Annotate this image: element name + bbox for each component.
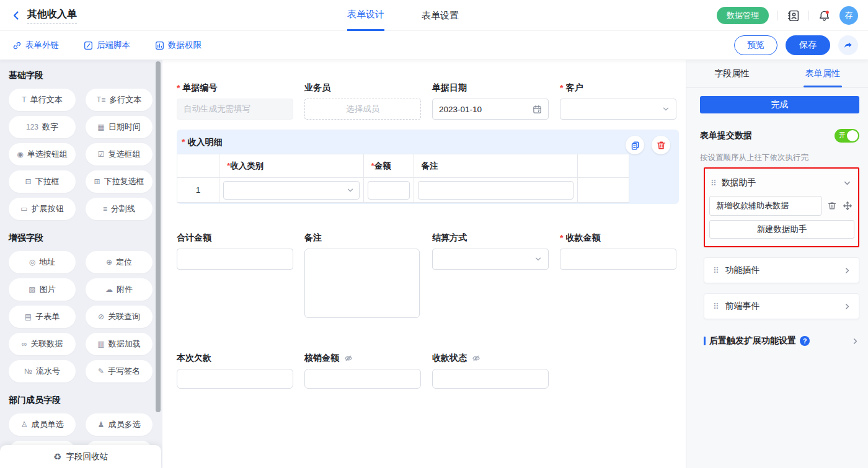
writeoff-amount-input[interactable] (304, 369, 421, 389)
save-button[interactable]: 保存 (786, 35, 830, 55)
field-pill-relate-query[interactable]: ⊘关联查询 (86, 306, 153, 328)
tab-form-settings[interactable]: 表单设置 (422, 0, 459, 31)
avatar[interactable]: 存 (839, 6, 858, 25)
field-pill-dropdown[interactable]: ⊟下拉框 (9, 170, 76, 193)
field-pill-subform[interactable]: ▤子表单 (9, 306, 76, 328)
income-type-select[interactable] (223, 181, 360, 200)
field-pill-multi-text[interactable]: T≡多行文本 (86, 89, 153, 111)
designer-toolbar: 表单外链 后端脚本 数据权限 预览 保存 (0, 31, 868, 60)
submit-data-toggle[interactable]: 开 (835, 129, 859, 143)
data-assistant-item[interactable]: 新增收款辅助表数据 (709, 196, 822, 216)
received-amount-input[interactable] (560, 249, 676, 270)
form-canvas: *单据编号 自动生成无需填写 业务员 选择成员 单据日期 2023-01-10 … (162, 60, 686, 468)
new-data-assistant-button[interactable]: 新建数据助手 (709, 220, 854, 239)
data-assistant-title: 数据助手 (722, 177, 838, 188)
help-icon[interactable]: ? (800, 336, 810, 346)
field-pill-member-single[interactable]: ♙成员单选 (9, 413, 76, 436)
field-pill-relate-data[interactable]: ∞关联数据 (9, 333, 76, 355)
tab-field-properties[interactable]: 字段属性 (686, 60, 777, 87)
data-permission-link[interactable]: 数据权限 (155, 40, 202, 51)
field-total-amount[interactable]: 合计金额 (177, 232, 293, 270)
field-pill-data-load[interactable]: ▥数据加载 (86, 333, 153, 355)
field-pill-datetime[interactable]: ▦日期时间 (86, 116, 153, 138)
address-book-icon[interactable] (787, 9, 800, 22)
field-customer[interactable]: *客户 (560, 82, 676, 120)
delete-assistant-icon[interactable] (827, 201, 837, 211)
field-bill-date[interactable]: 单据日期 2023-01-10 (432, 82, 549, 120)
bill-date-input[interactable]: 2023-01-10 (432, 99, 549, 120)
field-pill-number[interactable]: 123数字 (9, 116, 76, 138)
field-pill-attachment[interactable]: ☁附件 (86, 278, 153, 301)
field-receive-status[interactable]: 收款状态 (432, 353, 549, 389)
share-button[interactable] (838, 35, 858, 55)
remark-textarea[interactable] (304, 249, 420, 318)
receive-status-input[interactable] (432, 369, 549, 389)
copy-subform-button[interactable] (626, 136, 644, 154)
customer-select[interactable] (560, 99, 676, 120)
field-pill-extend-button[interactable]: ▭扩展按钮 (9, 198, 76, 220)
backend-script-link[interactable]: 后端脚本 (84, 40, 130, 51)
field-pill-member-multi[interactable]: ♟成员多选 (86, 413, 153, 436)
function-plugin-card[interactable]: ⠿ 功能插件 (704, 257, 859, 283)
field-pill-address[interactable]: ◎地址 (9, 251, 76, 273)
accent-bar (704, 337, 706, 345)
field-bill-no[interactable]: *单据编号 自动生成无需填写 (177, 82, 293, 120)
member-multi-icon: ♟ (98, 421, 105, 428)
remark-input[interactable] (418, 181, 574, 200)
income-detail-subform[interactable]: *收入明细 *收入类别 *金额 备注 (177, 130, 679, 204)
annotation-highlight-box: ⠿ 数据助手 新增收款辅助表数据 新建数据助 (704, 167, 859, 247)
salesman-picker[interactable]: 选择成员 (304, 99, 421, 120)
current-debt-input[interactable] (177, 369, 293, 389)
field-salesman[interactable]: 业务员 选择成员 (304, 82, 421, 120)
chevron-down-icon[interactable] (843, 179, 851, 187)
field-pill-single-text[interactable]: T单行文本 (9, 89, 76, 111)
data-manage-button[interactable]: 数据管理 (717, 7, 769, 24)
extend-button-icon: ▭ (20, 205, 27, 213)
data-assistant-header[interactable]: ⠿ 数据助手 (709, 176, 852, 196)
move-assistant-icon[interactable] (843, 201, 852, 211)
chevron-right-icon (851, 337, 859, 345)
total-amount-input[interactable] (177, 249, 293, 270)
bill-no-input[interactable]: 自动生成无需填写 (177, 99, 293, 120)
field-pill-divider[interactable]: ≡分割线 (86, 198, 153, 220)
field-remark[interactable]: 备注 (304, 232, 421, 318)
drag-handle-icon[interactable]: ⠿ (713, 302, 719, 311)
form-title[interactable]: 其他收入单 (27, 8, 77, 24)
frontend-event-card[interactable]: ⠿ 前端事件 (704, 293, 859, 319)
field-received-amount[interactable]: *收款金额 (560, 232, 676, 270)
field-pill-multi-dropdown[interactable]: ⊞下拉复选框 (86, 170, 153, 193)
hidden-eye-icon[interactable] (472, 354, 480, 363)
post-trigger-settings[interactable]: 后置触发扩展功能设置 ? (704, 335, 859, 347)
field-pill-serial-number[interactable]: №流水号 (9, 360, 76, 382)
amount-input[interactable] (368, 181, 410, 200)
drag-handle-icon[interactable]: ⠿ (711, 179, 717, 187)
field-writeoff-amount[interactable]: 核销金额 (304, 353, 421, 389)
divider-icon: ≡ (103, 205, 107, 213)
hidden-eye-icon[interactable] (344, 354, 353, 363)
field-pill-image[interactable]: ▨图片 (9, 278, 76, 301)
settle-method-select[interactable] (432, 249, 549, 270)
delete-subform-button[interactable] (652, 136, 670, 154)
drag-handle-icon[interactable]: ⠿ (713, 267, 719, 275)
dropdown-icon: ⊟ (25, 178, 31, 185)
top-tabs: 表单设计 表单设置 (347, 0, 459, 31)
field-pill-location[interactable]: ⊕定位 (86, 251, 153, 273)
preview-button[interactable]: 预览 (734, 35, 777, 55)
field-pill-signature[interactable]: ✎手写签名 (86, 360, 153, 382)
done-button[interactable]: 完成 (700, 96, 859, 113)
section-title-basic: 基础字段 (9, 70, 162, 81)
field-recycle-bin[interactable]: ♻ 字段回收站 (0, 445, 161, 468)
sidebar-scrollbar[interactable] (156, 61, 161, 412)
tab-form-design[interactable]: 表单设计 (347, 0, 384, 31)
link-icon (12, 41, 22, 50)
field-pill-checkbox-group[interactable]: ☑复选框组 (86, 143, 153, 166)
back-icon[interactable] (11, 11, 21, 20)
field-current-debt[interactable]: 本次欠款 (177, 353, 293, 389)
tab-form-properties[interactable]: 表单属性 (777, 60, 868, 87)
chevron-right-icon (843, 267, 851, 275)
form-external-link[interactable]: 表单外链 (12, 40, 59, 51)
notification-bell-icon[interactable] (818, 9, 831, 22)
field-settle-method[interactable]: 结算方式 (432, 232, 549, 270)
field-pill-radio-group[interactable]: ◉单选按钮组 (9, 143, 76, 166)
datetime-icon: ▦ (97, 123, 104, 131)
